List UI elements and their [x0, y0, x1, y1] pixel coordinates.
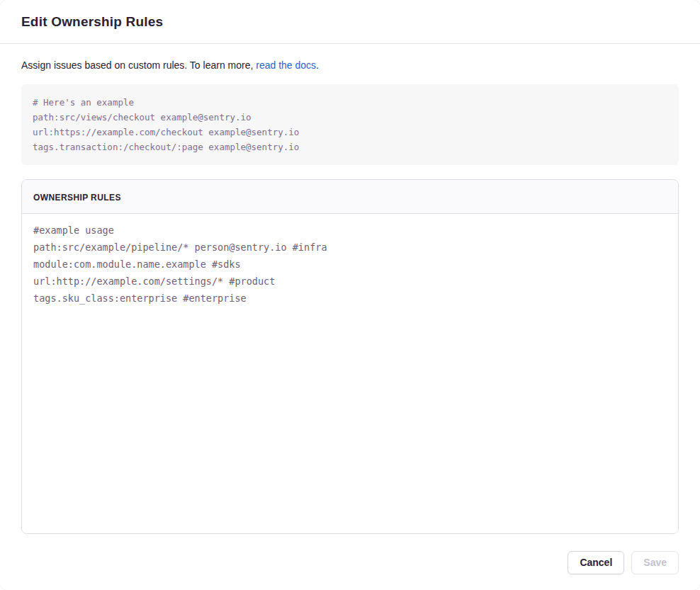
dialog-footer: Cancel Save	[0, 534, 700, 590]
example-code-block: # Here's an example path:src/views/check…	[21, 84, 679, 165]
ownership-rules-panel: OWNERSHIP RULES #example usage path:src/…	[21, 179, 679, 534]
edit-ownership-rules-dialog: Edit Ownership Rules Assign issues based…	[0, 0, 700, 590]
example-code-line: # Here's an example	[33, 95, 667, 110]
description-text: Assign issues based on custom rules. To …	[21, 59, 256, 71]
editor-line: module:com.module.name.example #sdks	[33, 256, 667, 273]
panel-header-title: OWNERSHIP RULES	[33, 193, 121, 203]
editor-line: tags.sku_class:enterprise #enterprise	[33, 290, 667, 307]
editor-line: #example usage	[33, 222, 667, 239]
cancel-button[interactable]: Cancel	[568, 551, 624, 574]
ownership-rules-panel-header: OWNERSHIP RULES	[22, 180, 678, 214]
description-period: .	[316, 59, 319, 71]
editor-line: path:src/example/pipeline/* person@sentr…	[33, 239, 667, 256]
example-code-line: url:https://example.com/checkout example…	[33, 125, 667, 140]
ownership-rules-editor[interactable]: #example usage path:src/example/pipeline…	[22, 214, 678, 533]
dialog-header: Edit Ownership Rules	[0, 0, 700, 44]
dialog-body: Assign issues based on custom rules. To …	[0, 44, 700, 534]
dialog-title: Edit Ownership Rules	[21, 14, 163, 30]
example-code-line: tags.transaction:/checkout/:page example…	[33, 140, 667, 154]
read-the-docs-link[interactable]: read the docs	[256, 59, 316, 71]
example-code-line: path:src/views/checkout example@sentry.i…	[33, 110, 667, 125]
save-button[interactable]: Save	[631, 551, 679, 574]
editor-line: url:http://example.com/settings/* #produ…	[33, 273, 667, 290]
description: Assign issues based on custom rules. To …	[21, 59, 679, 73]
